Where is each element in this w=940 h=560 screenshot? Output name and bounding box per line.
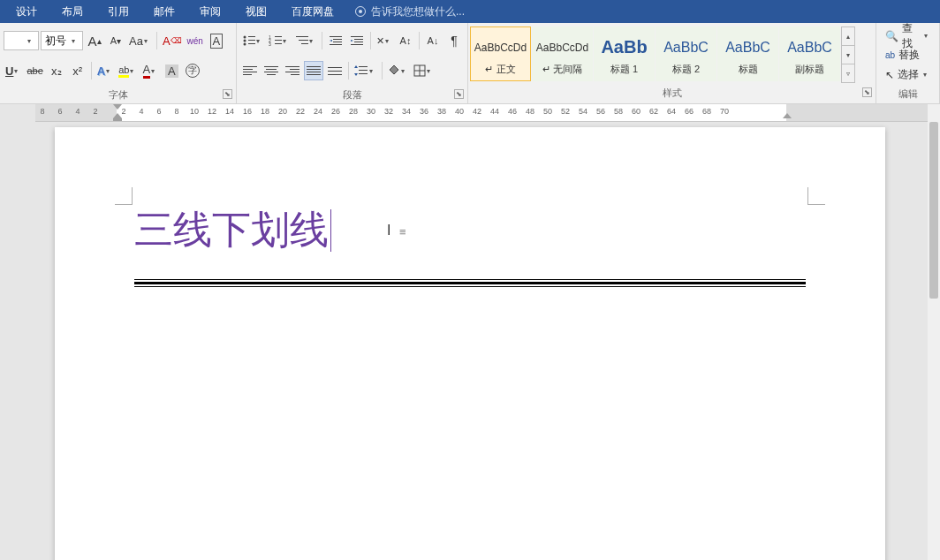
group-font-label: 字体 bbox=[109, 89, 128, 100]
superscript-button[interactable]: x² bbox=[68, 61, 87, 80]
document-area: 三线下划线 bbox=[0, 122, 940, 560]
styles-dialog-launcher[interactable]: ⬊ bbox=[862, 87, 872, 97]
svg-rect-9 bbox=[275, 40, 282, 41]
menu-references[interactable]: 引用 bbox=[95, 0, 141, 23]
paragraph-dialog-launcher[interactable]: ⬊ bbox=[454, 89, 464, 99]
text-direction-button[interactable]: ✕▾ bbox=[375, 31, 394, 50]
character-border-button[interactable]: A bbox=[207, 31, 226, 50]
phonetic-guide-button[interactable]: wén bbox=[186, 31, 205, 50]
svg-point-4 bbox=[244, 43, 246, 46]
svg-rect-17 bbox=[333, 42, 342, 42]
style-normal[interactable]: AaBbCcDd↵ 正文 bbox=[470, 26, 531, 81]
crop-mark bbox=[115, 187, 133, 205]
strikethrough-button[interactable]: abe bbox=[25, 61, 44, 80]
increase-indent-button[interactable] bbox=[347, 31, 367, 50]
menu-layout[interactable]: 布局 bbox=[49, 0, 95, 23]
document-text[interactable]: 三线下划线 bbox=[134, 207, 806, 254]
clear-formatting-button[interactable]: A⌫ bbox=[161, 31, 184, 50]
svg-rect-18 bbox=[330, 44, 342, 45]
horizontal-ruler[interactable]: 8642246810121416182022242628303234363840… bbox=[35, 104, 928, 122]
menu-bar: 设计 布局 引用 邮件 审阅 视图 百度网盘 告诉我您想做什么... bbox=[0, 0, 940, 23]
separator bbox=[156, 32, 157, 49]
select-button[interactable]: ↖选择▾ bbox=[880, 65, 936, 85]
grow-font-button[interactable]: A▴ bbox=[85, 31, 104, 50]
svg-marker-24 bbox=[351, 40, 353, 42]
svg-rect-23 bbox=[351, 44, 363, 45]
svg-rect-27 bbox=[359, 73, 368, 74]
subscript-button[interactable]: x₂ bbox=[47, 61, 66, 80]
text-caret bbox=[330, 209, 331, 252]
svg-rect-22 bbox=[354, 42, 363, 42]
document-page[interactable]: 三线下划线 bbox=[55, 127, 885, 560]
lightbulb-icon bbox=[355, 6, 366, 17]
font-dialog-launcher[interactable]: ⬊ bbox=[223, 89, 232, 99]
multilevel-list-button[interactable]: ▾ bbox=[293, 31, 318, 50]
change-case-button[interactable]: Aa▾ bbox=[127, 31, 153, 50]
align-justify-button[interactable] bbox=[304, 61, 323, 80]
highlight-button[interactable]: ab▾ bbox=[117, 61, 139, 80]
text-effects-button[interactable]: A▾ bbox=[95, 61, 115, 80]
replace-button[interactable]: ab替换 bbox=[880, 46, 936, 65]
shrink-font-button[interactable]: A▾ bbox=[106, 31, 125, 50]
align-center-button[interactable] bbox=[262, 61, 281, 80]
align-distributed-button[interactable] bbox=[325, 61, 345, 80]
styles-scroll-up[interactable]: ▴ bbox=[842, 27, 854, 46]
char-shading-button[interactable]: A bbox=[162, 61, 181, 80]
svg-rect-11 bbox=[275, 43, 282, 44]
find-button[interactable]: 🔍查找▾ bbox=[880, 26, 936, 46]
svg-rect-16 bbox=[333, 39, 342, 40]
shading-button[interactable]: ▾ bbox=[386, 61, 410, 80]
menu-review[interactable]: 审阅 bbox=[187, 0, 233, 23]
svg-rect-1 bbox=[248, 36, 255, 37]
menu-view[interactable]: 视图 bbox=[233, 0, 279, 23]
svg-rect-5 bbox=[248, 43, 255, 44]
group-editing-label: 编辑 bbox=[898, 88, 918, 99]
line-spacing-button[interactable]: ▾ bbox=[352, 61, 378, 80]
font-size-combo[interactable]: 初号▾ bbox=[41, 31, 83, 50]
svg-rect-21 bbox=[354, 39, 363, 40]
svg-rect-26 bbox=[359, 70, 368, 71]
svg-point-2 bbox=[244, 40, 246, 42]
style-heading1[interactable]: AaBb标题 1 bbox=[594, 26, 655, 81]
svg-rect-15 bbox=[330, 36, 342, 37]
styles-gallery: AaBbCcDd↵ 正文 AaBbCcDd↵ 无间隔 AaBb标题 1 AaBb… bbox=[468, 23, 876, 87]
font-color-button[interactable]: A▾ bbox=[140, 61, 160, 80]
decrease-indent-button[interactable] bbox=[326, 31, 345, 50]
separator bbox=[370, 32, 371, 49]
vertical-scrollbar[interactable] bbox=[928, 104, 940, 560]
styles-expand-button[interactable]: ▿ bbox=[842, 64, 854, 82]
menu-design[interactable]: 设计 bbox=[4, 0, 49, 23]
style-title[interactable]: AaBbC标题 bbox=[717, 26, 778, 81]
align-left-button[interactable] bbox=[240, 61, 260, 80]
search-icon: 🔍 bbox=[885, 30, 898, 42]
scrollbar-thumb[interactable] bbox=[929, 122, 938, 299]
show-marks-button[interactable]: ¶ bbox=[444, 31, 464, 50]
svg-rect-20 bbox=[351, 36, 363, 37]
font-name-combo[interactable]: ▾ bbox=[4, 31, 39, 50]
menu-mailings[interactable]: 邮件 bbox=[141, 0, 187, 23]
asian-layout-button[interactable]: A↕ bbox=[396, 31, 415, 50]
svg-rect-3 bbox=[248, 40, 255, 41]
enclose-char-button[interactable]: 字 bbox=[183, 61, 202, 80]
style-heading2[interactable]: AaBbC标题 2 bbox=[656, 26, 716, 81]
style-subtitle[interactable]: AaBbC副标题 bbox=[779, 26, 840, 81]
styles-scroll-down[interactable]: ▾ bbox=[842, 46, 854, 64]
tell-me-search[interactable]: 告诉我您想做什么... bbox=[355, 4, 465, 19]
align-right-button[interactable] bbox=[283, 61, 302, 80]
group-styles: AaBbCcDd↵ 正文 AaBbCcDd↵ 无间隔 AaBb标题 1 AaBb… bbox=[468, 23, 876, 103]
group-paragraph-label: 段落 bbox=[343, 89, 362, 100]
menu-baidu[interactable]: 百度网盘 bbox=[279, 0, 346, 23]
style-nospacing[interactable]: AaBbCcDd↵ 无间隔 bbox=[532, 26, 593, 81]
underline-button[interactable]: U▾ bbox=[4, 61, 23, 80]
bullets-button[interactable]: ▾ bbox=[240, 31, 265, 50]
svg-rect-14 bbox=[301, 43, 308, 44]
svg-rect-7 bbox=[275, 36, 282, 37]
group-editing: 🔍查找▾ ab替换 ↖选择▾ 编辑 bbox=[876, 23, 940, 103]
sort-button[interactable]: A↓ bbox=[423, 31, 443, 50]
borders-button[interactable]: ▾ bbox=[412, 61, 436, 80]
separator bbox=[382, 62, 383, 79]
svg-rect-25 bbox=[359, 66, 368, 67]
numbering-button[interactable]: 123▾ bbox=[267, 31, 292, 50]
svg-rect-13 bbox=[299, 40, 308, 41]
group-font: ▾ 初号▾ A▴ A▾ Aa▾ A⌫ wén A U▾ abe x₂ x² A▾… bbox=[0, 23, 237, 103]
